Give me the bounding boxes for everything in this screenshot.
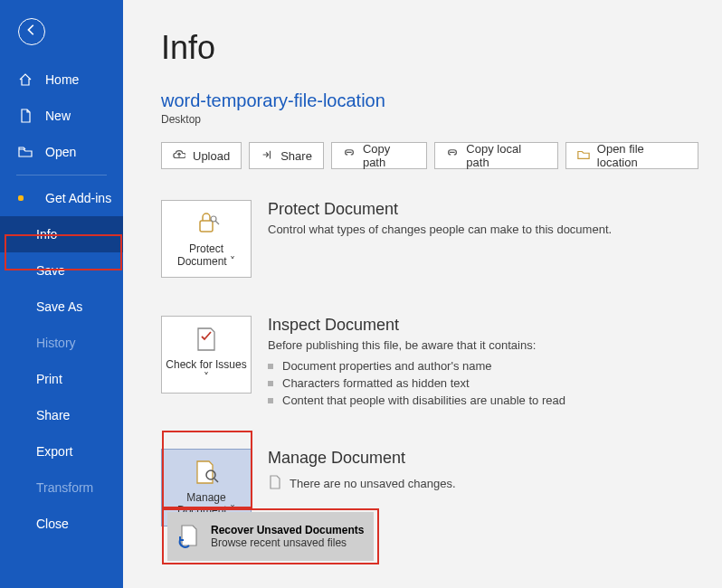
document-location: Desktop: [161, 113, 698, 126]
copy-local-path-button[interactable]: Copy local path: [434, 142, 557, 169]
home-icon: [18, 72, 33, 87]
sidebar-item-print[interactable]: Print: [0, 361, 123, 397]
sidebar-item-home[interactable]: Home: [0, 62, 123, 98]
sidebar-item-share[interactable]: Share: [0, 397, 123, 433]
list-item: Characters formatted as hidden text: [268, 376, 565, 390]
protect-document-section: Protect Document ˅ Protect Document Cont…: [161, 200, 698, 278]
list-item: Document properties and author's name: [268, 359, 565, 373]
sidebar-item-export[interactable]: Export: [0, 433, 123, 469]
new-doc-icon: [18, 109, 33, 123]
sidebar-item-history: History: [0, 325, 123, 361]
button-label: Copy path: [363, 142, 415, 169]
document-check-icon: [191, 326, 222, 353]
sidebar-item-label: Print: [36, 372, 62, 386]
open-file-location-button[interactable]: Open file location: [565, 142, 698, 169]
sidebar-item-label: Home: [45, 72, 79, 87]
upload-icon: [173, 148, 185, 164]
sidebar-item-label: Info: [36, 227, 57, 242]
recover-title: Recover Unsaved Documents: [211, 524, 364, 536]
upload-button[interactable]: Upload: [161, 142, 242, 169]
section-desc: Before publishing this file, be aware th…: [268, 338, 565, 352]
button-label: Open file location: [597, 142, 687, 169]
list-item: Content that people with disabilities ar…: [268, 394, 565, 407]
share-icon: [261, 148, 273, 164]
protect-document-tile[interactable]: Protect Document ˅: [161, 200, 252, 278]
sidebar-item-label: History: [36, 336, 76, 350]
sidebar-divider: [16, 175, 107, 175]
main-panel: Info word-temporary-file-location Deskto…: [123, 0, 722, 588]
folder-open-icon: [18, 145, 33, 159]
folder-icon: [577, 148, 590, 164]
share-button[interactable]: Share: [249, 142, 324, 169]
arrow-left-icon: [25, 24, 38, 40]
sidebar-item-open[interactable]: Open: [0, 134, 123, 170]
sidebar-item-get-addins[interactable]: Get Add-ins: [0, 180, 123, 216]
section-title: Inspect Document: [268, 316, 565, 335]
section-body: Inspect Document Before publishing this …: [268, 316, 565, 411]
sidebar-item-info[interactable]: Info: [0, 216, 123, 252]
section-title: Manage Document: [268, 449, 456, 468]
copy-path-button[interactable]: Copy path: [331, 142, 427, 169]
sidebar-item-save[interactable]: Save: [0, 252, 123, 289]
svg-rect-0: [200, 221, 213, 232]
sidebar-item-label: Save As: [36, 299, 82, 314]
inspect-bullet-list: Document properties and author's name Ch…: [268, 359, 565, 407]
sidebar-item-label: Save: [36, 263, 65, 278]
sidebar-item-label: Transform: [36, 480, 93, 495]
section-desc: Control what types of changes people can…: [268, 223, 612, 236]
button-label: Upload: [193, 149, 230, 163]
page-title: Info: [161, 29, 698, 67]
document-title[interactable]: word-temporary-file-location: [161, 90, 698, 111]
sidebar-item-label: New: [45, 109, 71, 123]
lock-icon: [191, 210, 222, 237]
tile-label: Check for Issues ˅: [166, 358, 247, 384]
sidebar-item-label: Share: [36, 408, 70, 422]
sidebar-item-new[interactable]: New: [0, 98, 123, 134]
section-body: Protect Document Control what types of c…: [268, 200, 612, 278]
link-icon: [446, 148, 459, 164]
addins-dot-icon: [18, 195, 24, 201]
sidebar-item-label: Export: [36, 444, 72, 459]
link-icon: [343, 148, 356, 164]
no-unsaved-changes: There are no unsaved changes.: [268, 475, 456, 492]
no-changes-text: There are no unsaved changes.: [290, 477, 456, 490]
tile-label: Protect Document ˅: [166, 242, 247, 269]
recover-doc-icon: [176, 524, 202, 549]
check-for-issues-tile[interactable]: Check for Issues ˅: [161, 316, 252, 394]
sidebar: Home New Open Get Add-ins Info Save Save…: [0, 0, 123, 588]
recover-text: Recover Unsaved Documents Browse recent …: [211, 524, 364, 549]
sidebar-item-transform: Transform: [0, 469, 123, 506]
inspect-document-section: Check for Issues ˅ Inspect Document Befo…: [161, 316, 698, 411]
sidebar-item-label: Close: [36, 517, 69, 531]
sidebar-item-label: Get Add-ins: [45, 191, 111, 205]
button-label: Copy local path: [466, 142, 546, 169]
sidebar-item-close[interactable]: Close: [0, 506, 123, 542]
document-icon: [268, 475, 282, 492]
document-search-icon: [191, 459, 222, 486]
recover-unsaved-documents-item[interactable]: Recover Unsaved Documents Browse recent …: [167, 512, 374, 561]
sidebar-item-save-as[interactable]: Save As: [0, 289, 123, 325]
back-button[interactable]: [18, 18, 45, 45]
action-button-row: Upload Share Copy path Copy local path O…: [161, 142, 698, 169]
section-title: Protect Document: [268, 200, 612, 219]
button-label: Share: [280, 149, 312, 163]
recover-subtitle: Browse recent unsaved files: [211, 536, 364, 549]
sidebar-item-label: Open: [45, 145, 76, 159]
